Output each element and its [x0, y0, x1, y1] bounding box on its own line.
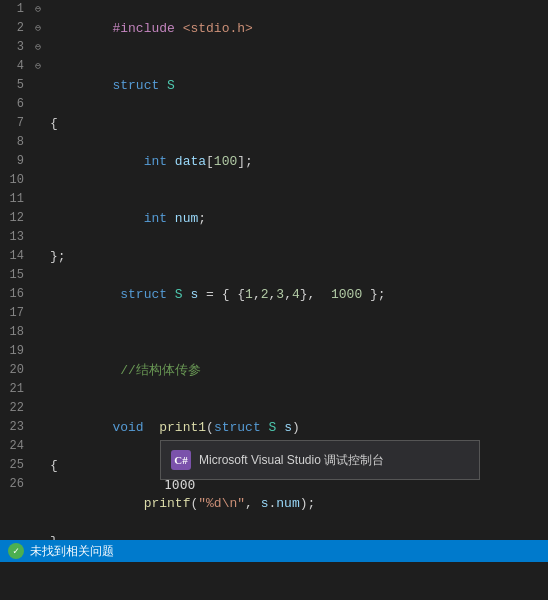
line-numbers: 1 2 3 4 5 6 7 8 9 10 11 12 13 14 15 16 1… — [0, 0, 30, 540]
status-text: 未找到相关问题 — [30, 543, 114, 560]
code-line-13: } — [50, 532, 548, 540]
status-bar: ✓ 未找到相关问题 — [0, 540, 548, 562]
code-line-1: #include <stdio.h> — [50, 0, 548, 57]
status-icon: ✓ — [8, 543, 24, 559]
fold-column: ⊖ ⊖ ⊖ ⊖ — [30, 0, 46, 540]
editor-area: 1 2 3 4 5 6 7 8 9 10 11 12 13 14 15 16 1… — [0, 0, 548, 540]
code-line-8 — [50, 323, 548, 342]
code-line-3: { — [50, 114, 548, 133]
code-line-9: //结构体传参 — [50, 342, 548, 399]
code-line-7: struct S s = { {1,2,3,4}, 1000 }; — [50, 266, 548, 323]
console-title: Microsoft Visual Studio 调试控制台 — [199, 452, 384, 469]
status-left: ✓ 未找到相关问题 — [8, 543, 114, 560]
code-line-4: int data[100]; — [50, 133, 548, 190]
code-line-5: int num; — [50, 190, 548, 247]
code-line-2: struct S — [50, 57, 548, 114]
code-line-6: }; — [50, 247, 548, 266]
console-popup[interactable]: C# Microsoft Visual Studio 调试控制台 — [160, 440, 480, 480]
console-icon: C# — [171, 450, 191, 470]
